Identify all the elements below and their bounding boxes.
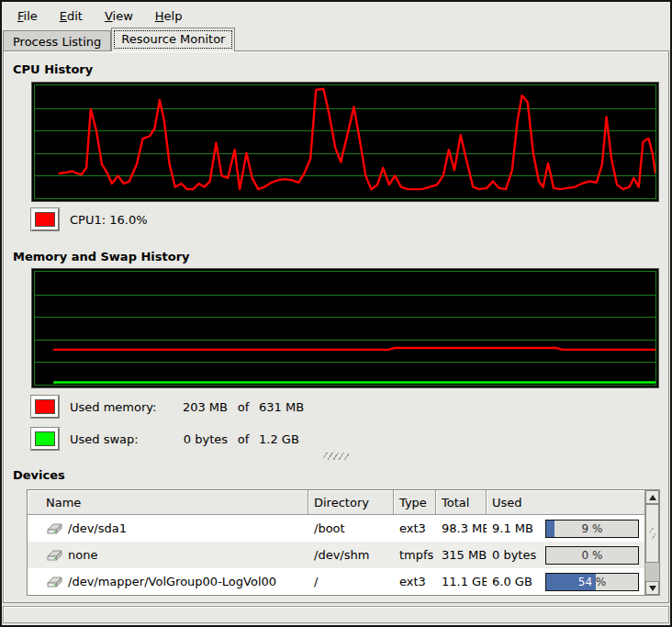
devices-table: Name Directory Type Total Used — [27, 489, 660, 596]
table-scrollbar[interactable] — [644, 490, 659, 595]
device-type: tmpfs — [394, 548, 436, 562]
column-header-directory[interactable]: Directory — [308, 490, 394, 515]
cpu-history-graph — [31, 82, 659, 202]
memory-color-chip — [35, 399, 55, 414]
used-swap-label: Used swap: — [70, 432, 173, 446]
used-memory-of: of — [228, 400, 259, 414]
disk-icon — [46, 521, 63, 535]
devices-title: Devices — [13, 468, 65, 482]
device-name: /dev/mapper/VolGroup00-LogVol00 — [68, 575, 276, 588]
cpu-color-chip — [35, 212, 55, 227]
column-header-total[interactable]: Total — [436, 490, 487, 515]
usage-progress-bar: 54 % 54 % — [545, 573, 639, 591]
cpu-color-swatch-button[interactable] — [31, 208, 59, 230]
cpu-legend: CPU1: 16.0% — [31, 207, 148, 231]
device-total: 11.1 GB — [436, 575, 487, 588]
cpu-line-chart — [35, 85, 655, 198]
device-name: /dev/sda1 — [68, 521, 127, 535]
status-bar — [3, 606, 669, 623]
device-directory: /dev/shm — [308, 548, 394, 562]
menubar: File Edit View Help — [4, 4, 668, 28]
scrollbar-thumb[interactable] — [645, 504, 659, 563]
usage-percent-label: 0 % — [546, 547, 638, 564]
cpu-legend-label: CPU1: 16.0% — [70, 213, 148, 227]
column-header-name[interactable]: Name — [28, 490, 308, 515]
tab-bar: Process Listing Resource Monitor — [3, 28, 669, 51]
usage-progress-bar: 9 % 9 % — [545, 520, 639, 538]
total-memory-value: 631 MB — [259, 400, 323, 414]
menu-view[interactable]: View — [96, 6, 141, 26]
menu-help[interactable]: Help — [147, 6, 191, 26]
memory-history-title: Memory and Swap History — [13, 250, 190, 263]
tab-process-listing-label: Process Listing — [13, 35, 101, 49]
device-name: none — [68, 548, 97, 562]
disk-icon — [46, 575, 63, 588]
device-type: ext3 — [394, 521, 436, 535]
used-swap-value: 0 bytes — [173, 432, 228, 446]
devices-table-header: Name Directory Type Total Used — [28, 490, 644, 515]
device-used: 0 bytes — [492, 548, 536, 562]
device-total: 315 MB — [436, 548, 487, 562]
memory-history-graph — [31, 268, 659, 388]
used-memory-value: 203 MB — [173, 400, 228, 414]
scroll-up-button[interactable] — [645, 490, 659, 504]
column-header-used[interactable]: Used — [487, 490, 644, 515]
device-total: 98.3 MB — [436, 521, 487, 535]
disk-icon — [46, 548, 63, 562]
used-memory-label: Used memory: — [70, 400, 173, 414]
resource-monitor-panel: CPU History CPU1: 16.0% Memory and Swap … — [3, 50, 669, 603]
used-swap-legend: Used swap: 0 bytes of 1.2 GB — [31, 427, 323, 451]
cpu-history-title: CPU History — [13, 62, 93, 76]
device-type: ext3 — [394, 575, 436, 588]
usage-progress-fill: 9 % — [546, 521, 554, 537]
tab-resource-monitor-label: Resource Monitor — [121, 32, 225, 46]
table-row[interactable]: /dev/sda1 /boot ext3 98.3 MB 9.1 MB 9 % … — [28, 515, 644, 542]
swap-color-chip — [35, 431, 55, 446]
system-monitor-window: File Edit View Help Process Listing Reso… — [0, 0, 672, 627]
up-arrow-icon — [649, 495, 656, 500]
device-used: 6.0 GB — [492, 575, 532, 588]
usage-percent-label-inverse: 9 % — [546, 521, 554, 537]
total-swap-value: 1.2 GB — [259, 432, 323, 446]
usage-percent-label-inverse: 54 % — [546, 574, 596, 590]
tab-process-listing[interactable]: Process Listing — [3, 30, 111, 51]
tab-resource-monitor[interactable]: Resource Monitor — [111, 28, 235, 51]
memory-line-chart — [35, 272, 655, 385]
table-row[interactable]: /dev/mapper/VolGroup00-LogVol00 / ext3 1… — [28, 568, 644, 595]
used-memory-legend: Used memory: 203 MB of 631 MB — [31, 395, 323, 419]
usage-progress-bar: 0 % 0 % — [545, 546, 639, 565]
column-header-type[interactable]: Type — [394, 490, 436, 515]
scrollbar-grip-icon — [649, 528, 655, 539]
usage-progress-fill: 54 % — [546, 574, 596, 590]
memory-color-swatch-button[interactable] — [31, 396, 59, 418]
device-used: 9.1 MB — [492, 521, 533, 535]
menu-edit[interactable]: Edit — [51, 6, 91, 26]
device-directory: / — [308, 575, 394, 588]
pane-resize-grip[interactable] — [323, 453, 349, 460]
usage-percent-label: 9 % — [546, 521, 638, 537]
menu-file[interactable]: File — [9, 6, 46, 26]
device-directory: /boot — [308, 521, 394, 535]
used-swap-of: of — [228, 432, 259, 446]
swap-color-swatch-button[interactable] — [31, 428, 59, 450]
down-arrow-icon — [649, 586, 656, 591]
table-row[interactable]: none /dev/shm tmpfs 315 MB 0 bytes 0 % 0… — [28, 542, 644, 568]
scroll-down-button[interactable] — [645, 581, 659, 595]
